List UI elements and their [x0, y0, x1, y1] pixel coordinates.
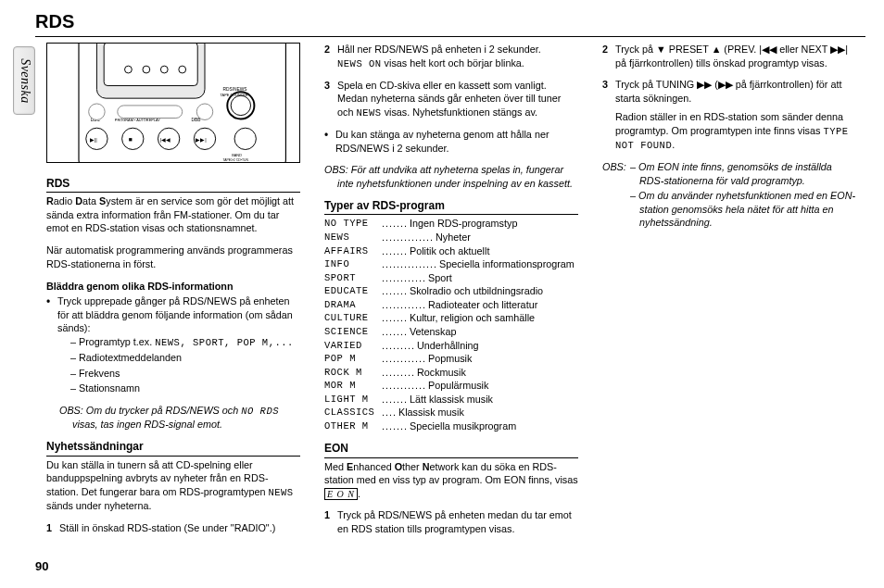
news-bullet-list: Du kan stänga av nyheterna genom att hål… — [324, 128, 578, 155]
eon-step-1: Tryck på RDS/NEWS på enheten medan du ta… — [324, 508, 578, 535]
program-type-row: NO TYPE.......Ingen RDS-programstyp — [324, 217, 578, 231]
eon-note: OBS: – Om EON inte finns, genomsöks de i… — [602, 160, 856, 230]
program-type-row: EDUCATE.......Skolradio och utbildningsr… — [324, 284, 578, 298]
section-heading-rds: RDS — [46, 176, 300, 193]
program-type-desc: Popmusik — [426, 352, 578, 366]
rds-bullet: Tryck upprepade gånger på RDS/NEWS på en… — [57, 294, 300, 395]
program-type-dots: ....... — [382, 244, 408, 258]
program-type-dots: ....... — [382, 325, 408, 339]
eon-step-2: Tryck på ▼ PRESET ▲ (PREV. |◀◀ eller NEX… — [602, 43, 856, 69]
svg-text:|◀◀: |◀◀ — [159, 137, 170, 143]
program-type-desc: Vetenskap — [408, 325, 578, 339]
svg-text:DBB: DBB — [191, 118, 200, 122]
program-type-code: NEWS — [324, 231, 382, 244]
svg-point-11 — [234, 128, 256, 149]
program-type-row: OTHER M.......Speciella musikprogram — [324, 419, 578, 433]
svg-text:PROGRAM • AUTOREPLAY: PROGRAM • AUTOREPLAY — [115, 118, 160, 122]
language-label: Svenska — [16, 58, 33, 104]
section-heading-news: Nyhetssändningar — [46, 439, 300, 456]
program-type-dots: ....... — [382, 419, 408, 433]
program-type-desc: Radioteater och litteratur — [426, 298, 578, 312]
program-type-code: SCIENCE — [324, 325, 382, 339]
program-type-code: OTHER M — [324, 419, 382, 433]
section-heading-types: Typer av RDS-program — [324, 198, 578, 215]
program-type-dots: ............... — [382, 257, 437, 271]
program-type-code: NO TYPE — [324, 217, 382, 231]
program-type-desc: Politik och aktuellt — [408, 244, 578, 258]
program-type-row: CLASSICS....Klassisk musik — [324, 406, 578, 419]
page-number: 90 — [35, 558, 48, 575]
svg-point-12 — [231, 95, 250, 115]
news-bullet: Du kan stänga av nyheterna genom att hål… — [335, 128, 578, 155]
program-type-code: VARIED — [324, 339, 382, 353]
program-type-row: ROCK M.........Rockmusik — [324, 366, 578, 380]
page-title: RDS — [35, 9, 865, 34]
program-type-dots: ......... — [382, 366, 415, 380]
program-type-dots: ....... — [382, 217, 408, 231]
program-type-row: POP M............Popmusik — [324, 352, 578, 366]
program-type-desc: Skolradio och utbildningsradio — [408, 284, 578, 298]
eon-step-3: Tryck på TUNING ▶▶ (▶▶ på fjärrkontrolle… — [602, 78, 856, 152]
rds-dash-1: – Programtyp t.ex. NEWS, SPORT, POP M,..… — [70, 335, 300, 349]
program-type-dots: .... — [382, 406, 397, 419]
program-type-dots: ....... — [382, 284, 408, 298]
program-type-code: LIGHT M — [324, 393, 382, 407]
svg-point-8 — [122, 128, 144, 149]
page-header: RDS — [35, 9, 865, 37]
eon-indicator-icon: E O N — [324, 488, 358, 500]
program-type-code: CULTURE — [324, 311, 382, 325]
svg-rect-2 — [104, 44, 197, 86]
program-type-row: INFO...............Speciella information… — [324, 257, 578, 271]
program-type-code: SPORT — [324, 271, 382, 285]
program-type-row: SPORT............Sport — [324, 271, 578, 285]
program-type-dots: ....... — [382, 311, 408, 325]
program-type-code: EDUCATE — [324, 284, 382, 298]
program-type-desc: Nyheter — [434, 231, 578, 244]
program-type-row: SCIENCE.......Vetenskap — [324, 325, 578, 339]
rds-bullet-list: Tryck upprepade gånger på RDS/NEWS på en… — [46, 294, 300, 395]
program-type-desc: Sport — [426, 271, 578, 285]
news-note: OBS: För att undvika att nyheterna spela… — [324, 163, 578, 190]
program-type-code: AFFAIRS — [324, 244, 382, 258]
device-illustration: RDS/NEWS TAPE COUNTER DSC PROGRAM • AUTO… — [46, 43, 300, 163]
eon-note-2: – Om du använder nyhetsfunktionen med en… — [630, 189, 856, 230]
svg-text:TAPE1•2 CD•TUN: TAPE1•2 CD•TUN — [222, 158, 248, 162]
program-type-desc: Populärmusik — [426, 379, 578, 393]
program-type-table: NO TYPE.......Ingen RDS-programstypNEWS.… — [324, 217, 578, 432]
program-type-row: MOR M............Populärmusik — [324, 379, 578, 393]
program-type-desc: Underhållning — [415, 339, 578, 353]
section-heading-eon: EON — [324, 441, 578, 457]
eon-intro: Med Enhanced Other Network kan du söka e… — [324, 460, 578, 501]
program-type-desc: Speciella informationsprogram — [437, 257, 578, 271]
news-step-3: Spela en CD-skiva eller en kassett som v… — [324, 79, 578, 119]
svg-text:▶▶|: ▶▶| — [196, 137, 207, 143]
svg-text:■: ■ — [128, 136, 132, 143]
rds-dash-3: – Frekvens — [70, 367, 300, 381]
program-type-desc: Ingen RDS-programstyp — [408, 217, 578, 231]
device-svg: RDS/NEWS TAPE COUNTER DSC PROGRAM • AUTO… — [47, 44, 299, 162]
svg-text:BAND: BAND — [232, 153, 242, 157]
program-type-row: DRAMA............Radioteater och littera… — [324, 298, 578, 312]
rds-subheading: Bläddra genom olika RDS-informationn — [46, 280, 300, 294]
program-type-row: CULTURE.......Kultur, religion och samhä… — [324, 311, 578, 325]
program-type-code: ROCK M — [324, 366, 382, 380]
rds-para2: När automatisk programmering används pro… — [46, 244, 300, 270]
language-tab: Svenska — [13, 46, 35, 115]
program-type-dots: ....... — [382, 393, 408, 407]
program-type-dots: ............ — [382, 271, 426, 285]
svg-point-19 — [89, 104, 105, 119]
rds-dash-2: – Radiotextmeddelanden — [70, 351, 300, 365]
program-type-code: CLASSICS — [324, 406, 382, 419]
program-type-code: POP M — [324, 352, 382, 366]
program-type-dots: .............. — [382, 231, 434, 244]
svg-text:▶||: ▶|| — [90, 137, 97, 143]
news-step-1: Ställ in önskad RDS-station (Se under "R… — [46, 521, 300, 535]
program-type-code: DRAMA — [324, 298, 382, 312]
svg-point-20 — [196, 104, 212, 119]
program-type-row: LIGHT M.......Lätt klassisk musik — [324, 393, 578, 407]
eon-note-1: – Om EON inte finns, genomsöks de instäl… — [630, 160, 856, 187]
program-type-desc: Lätt klassisk musik — [408, 393, 578, 407]
program-type-dots: ......... — [382, 339, 415, 353]
program-type-dots: ............ — [382, 298, 426, 312]
svg-text:RDS/NEWS: RDS/NEWS — [222, 87, 247, 92]
